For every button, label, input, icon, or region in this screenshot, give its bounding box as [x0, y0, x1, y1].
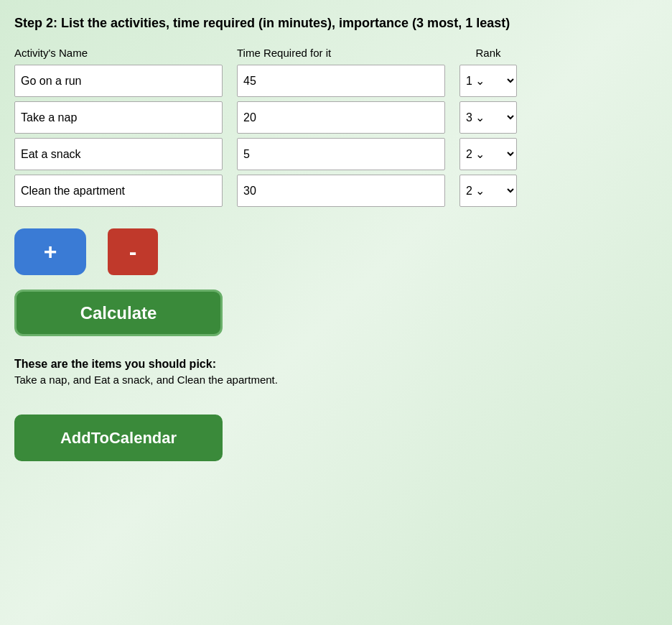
activity-time-input-4[interactable]: [237, 175, 445, 207]
add-remove-buttons-row: + -: [14, 228, 658, 275]
activity-name-input-1[interactable]: [14, 65, 223, 97]
activity-row-2: 1 ⌄ 2 ⌄ 3 ⌄: [14, 101, 658, 134]
activity-time-input-1[interactable]: [237, 65, 445, 97]
add-activity-button[interactable]: +: [14, 228, 86, 275]
activity-rank-select-2[interactable]: 1 ⌄ 2 ⌄ 3 ⌄: [459, 101, 517, 134]
calculate-button[interactable]: Calculate: [14, 290, 223, 336]
activity-row-4: 1 ⌄ 2 ⌄ 3 ⌄: [14, 175, 658, 207]
name-column-header: Activity's Name: [14, 47, 223, 59]
column-headers: Activity's Name Time Required for it Ran…: [14, 47, 658, 59]
rank-column-header: Rank: [459, 47, 517, 59]
activity-time-input-2[interactable]: [237, 101, 445, 134]
activity-rank-select-4[interactable]: 1 ⌄ 2 ⌄ 3 ⌄: [459, 175, 517, 207]
activity-name-input-3[interactable]: [14, 138, 223, 170]
page-container: Step 2: List the activities, time requir…: [14, 14, 658, 461]
result-section: These are the items you should pick: Tak…: [14, 358, 658, 386]
result-text: Take a nap, and Eat a snack, and Clean t…: [14, 374, 658, 386]
remove-activity-button[interactable]: -: [108, 228, 158, 275]
activity-name-input-2[interactable]: [14, 101, 223, 134]
activity-rank-select-3[interactable]: 1 ⌄ 2 ⌄ 3 ⌄: [459, 138, 517, 170]
activity-row-1: 1 ⌄ 2 ⌄ 3 ⌄: [14, 65, 658, 97]
add-to-calendar-button[interactable]: AddToCalendar: [14, 415, 223, 461]
result-title: These are the items you should pick:: [14, 358, 658, 371]
time-column-header: Time Required for it: [237, 47, 445, 59]
activity-row-3: 1 ⌄ 2 ⌄ 3 ⌄: [14, 138, 658, 170]
activity-time-input-3[interactable]: [237, 138, 445, 170]
activities-section: Activity's Name Time Required for it Ran…: [14, 47, 658, 207]
page-title: Step 2: List the activities, time requir…: [14, 14, 658, 32]
activity-rank-select-1[interactable]: 1 ⌄ 2 ⌄ 3 ⌄: [459, 65, 517, 97]
activity-name-input-4[interactable]: [14, 175, 223, 207]
